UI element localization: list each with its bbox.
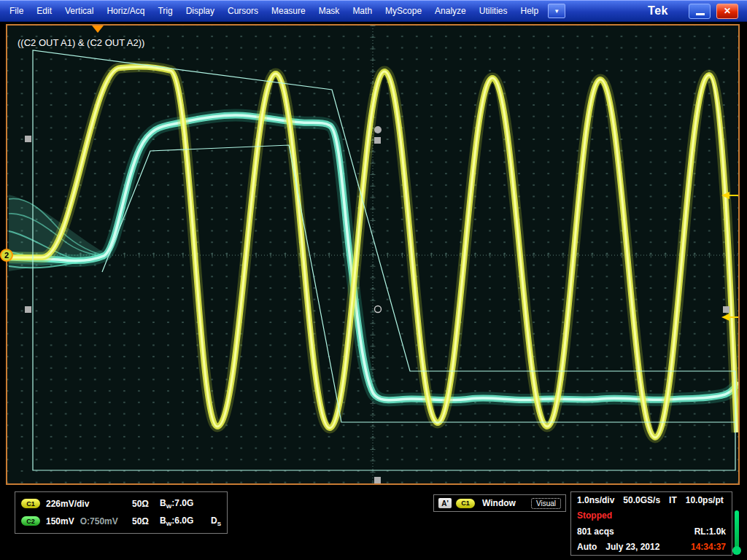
mask-handle-open-circle[interactable] <box>375 306 382 313</box>
menu-analyze[interactable]: Analyze <box>428 1 473 21</box>
trigger-type: Window <box>482 498 516 508</box>
menu-myscope[interactable]: MyScope <box>379 1 428 21</box>
waveform-canvas <box>7 26 738 483</box>
trigger-a-badge: A' <box>438 498 452 508</box>
menu-help[interactable]: Help <box>514 1 545 21</box>
ch2-termination: 50Ω <box>132 516 160 526</box>
menu-overflow-button[interactable]: ▼ <box>548 4 565 18</box>
ch1-badge[interactable]: C1 <box>21 499 40 508</box>
menu-horiz-acq[interactable]: Horiz/Acq <box>100 1 151 21</box>
date: July 23, 2012 <box>605 542 659 552</box>
trigger-source-badge[interactable]: C1 <box>456 499 475 508</box>
menu-bar: File Edit Vertical Horiz/Acq Trig Displa… <box>0 0 747 22</box>
ch2-badge[interactable]: C2 <box>21 516 40 526</box>
mask-handle[interactable] <box>723 306 729 313</box>
sample-rate: 50.0GS/s <box>623 495 660 505</box>
timebase-row: 1.0ns/div 50.0GS/s IT 10.0ps/pt <box>577 495 726 505</box>
trigger-mode: Auto <box>577 542 597 552</box>
ch2-dsp-indicator: DS <box>211 516 221 527</box>
waveform-display[interactable]: ((C2 OUT A1) & (C2 OUT A2)) 2 <box>6 24 740 485</box>
ch1-termination: 50Ω <box>132 499 160 509</box>
sampling-mode: IT <box>669 495 677 505</box>
visual-trigger-button[interactable]: Visual <box>531 498 561 509</box>
menu-cursors[interactable]: Cursors <box>221 1 265 21</box>
menu-measure[interactable]: Measure <box>265 1 312 21</box>
chevron-down-icon: ▼ <box>554 8 560 15</box>
menu-vertical[interactable]: Vertical <box>58 1 100 21</box>
tek-logo: Tek <box>648 4 668 18</box>
mask-handle[interactable] <box>25 136 31 142</box>
channel2-reference-marker[interactable]: 2 <box>0 249 13 262</box>
menu-file[interactable]: File <box>3 1 30 21</box>
menu-utilities[interactable]: Utilities <box>473 1 514 21</box>
resolution: 10.0ps/pt <box>686 495 724 505</box>
acquisition-state: Stopped <box>577 510 612 521</box>
menu-edit[interactable]: Edit <box>30 1 58 21</box>
acq-count-row: 801 acqs RL:1.0k <box>577 526 726 537</box>
mask-handle-circle[interactable] <box>374 126 382 133</box>
close-button[interactable]: ✕ <box>716 4 738 19</box>
channel-readout-box[interactable]: C1 226mV/div 50Ω BW:7.0G C2 150mV O:750m… <box>15 491 228 534</box>
acq-mode-row: Auto July 23, 2012 14:34:37 <box>577 542 726 552</box>
trigger-readout-box[interactable]: A' C1 Window Visual <box>433 494 566 512</box>
temperature-indicator-icon <box>735 510 739 548</box>
ch1-readout-row: C1 226mV/div 50Ω BW:7.0G <box>21 498 221 510</box>
ch1-scale: 226mV/div <box>46 499 132 509</box>
mask-handle[interactable] <box>374 477 381 483</box>
menu-trig[interactable]: Trig <box>151 1 179 21</box>
horizontal-readout-box[interactable]: 1.0ns/div 50.0GS/s IT 10.0ps/pt Stopped … <box>570 491 732 556</box>
ch2-offset: O:750mV <box>80 516 118 526</box>
minimize-button[interactable] <box>689 4 711 19</box>
ch2-scale: 150mV <box>46 516 74 526</box>
acq-state-row: Stopped <box>577 510 726 521</box>
record-length: RL:1.0k <box>694 526 726 537</box>
mask-handle[interactable] <box>374 137 381 144</box>
timebase-scale: 1.0ns/div <box>577 495 614 505</box>
visual-trigger-expression: ((C2 OUT A1) & (C2 OUT A2)) <box>18 37 144 48</box>
menu-display[interactable]: Display <box>179 1 221 21</box>
menu-math[interactable]: Math <box>346 1 379 21</box>
status-bar: C1 226mV/div 50Ω BW:7.0G C2 150mV O:750m… <box>0 489 747 560</box>
time: 14:34:37 <box>691 542 726 552</box>
ch2-bandwidth: BW:6.0G <box>160 516 193 527</box>
ch1-bandwidth: BW:7.0G <box>160 498 193 510</box>
close-icon: ✕ <box>724 6 731 16</box>
acquisition-count: 801 acqs <box>577 526 614 537</box>
minimize-icon <box>696 13 705 15</box>
menu-mask[interactable]: Mask <box>312 1 347 21</box>
trigger-position-icon[interactable] <box>92 26 104 33</box>
ch2-readout-row: C2 150mV O:750mV 50Ω BW:6.0G DS <box>21 516 221 527</box>
ch2-scale-offset: 150mV O:750mV <box>46 516 132 526</box>
mask-handle[interactable] <box>25 306 31 313</box>
